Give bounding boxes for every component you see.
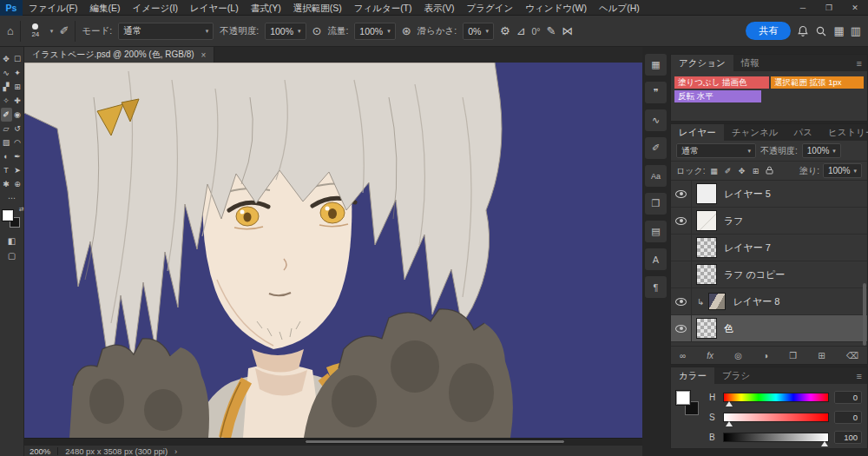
hue-value-field[interactable]: 0 (834, 391, 862, 404)
brush-settings-toggle-icon[interactable]: ✐ (59, 25, 69, 36)
adjustment-layer-icon[interactable]: ◑ (763, 351, 768, 360)
panel-menu-icon[interactable]: ≡ (852, 58, 867, 69)
layer-thumbnail[interactable] (696, 210, 717, 231)
layers-scrollbar-thumb[interactable] (863, 283, 866, 346)
comments-panel-icon[interactable]: ❞ (645, 82, 667, 103)
layer-row[interactable]: ラフ のコピー (671, 261, 867, 288)
layer-name[interactable]: レイヤー 7 (724, 241, 771, 254)
pen-tool[interactable]: ✒ (12, 149, 23, 163)
glyphs-panel-icon[interactable]: A (645, 248, 667, 270)
foreground-color-swatch[interactable] (3, 210, 13, 221)
character-panel-icon[interactable]: Aa (645, 165, 667, 187)
menu-layer[interactable]: レイヤー(L) (184, 0, 245, 16)
photos-panel-icon[interactable]: ▤ (645, 221, 667, 242)
layer-row[interactable]: レイヤー 7 (671, 235, 867, 261)
eraser-tool[interactable]: ▱ (1, 122, 12, 135)
airbrush-icon[interactable]: ⊛ (402, 25, 411, 36)
crop-tool[interactable]: ▞ (1, 80, 12, 94)
layer-thumbnail[interactable] (696, 264, 717, 285)
menu-type[interactable]: 書式(Y) (245, 0, 287, 16)
edit-toolbar-icon[interactable]: ⋯ (8, 194, 16, 202)
horizontal-scrollbar[interactable] (24, 438, 642, 445)
stamp-tool[interactable]: ◉ (12, 108, 23, 122)
blur-tool[interactable]: ◠ (12, 135, 23, 149)
delete-layer-icon[interactable]: ⌫ (846, 351, 858, 360)
move-tool[interactable]: ✥ (1, 52, 12, 66)
tab-brushes[interactable]: ブラシ (714, 367, 758, 384)
lock-all-icon[interactable] (764, 166, 774, 176)
tab-channels[interactable]: チャンネル (724, 124, 786, 141)
lock-pixels-icon[interactable]: ✐ (722, 167, 733, 175)
saturation-value-field[interactable]: 0 (834, 411, 862, 424)
grid-view-icon[interactable]: ▦ (833, 25, 844, 36)
visibility-toggle[interactable] (671, 315, 692, 342)
type-tool[interactable]: T (1, 163, 12, 177)
layer-row[interactable]: ↳ レイヤー 8 (671, 288, 867, 315)
brush-tool[interactable]: ✐ (1, 108, 12, 122)
paragraph-panel-icon[interactable]: ¶ (645, 276, 667, 298)
layer-blend-mode-select[interactable]: 通常 ▾ (676, 143, 756, 158)
layer-name[interactable]: レイヤー 8 (733, 295, 779, 308)
layer-row-selected[interactable]: 色 (671, 315, 867, 342)
search-icon[interactable] (815, 25, 827, 37)
menu-select[interactable]: 選択範囲(S) (287, 0, 348, 16)
healing-tool[interactable]: ✚ (12, 94, 23, 108)
layer-thumbnail[interactable] (696, 318, 717, 339)
zoom-level-field[interactable]: 200% (30, 446, 50, 456)
foreground-color-swatch[interactable] (676, 391, 690, 405)
tab-layers[interactable]: レイヤー (671, 124, 724, 141)
menu-filter[interactable]: フィルター(T) (348, 0, 418, 16)
scrollbar-thumb[interactable] (305, 439, 565, 444)
lock-transparent-icon[interactable]: ▦ (708, 167, 719, 175)
layer-opacity-field[interactable]: 100% ▾ (802, 143, 841, 158)
lock-position-icon[interactable]: ✥ (736, 167, 746, 175)
opacity-field[interactable]: 100% ▾ (265, 23, 306, 40)
workspace-switcher-icon[interactable]: ▥ (851, 25, 861, 36)
saturation-slider[interactable] (723, 413, 829, 422)
chevron-down-icon[interactable]: ▾ (50, 28, 54, 35)
layer-name[interactable]: ラフ (724, 215, 744, 228)
action-fill-foreground[interactable]: 塗りつぶし 描画色 (674, 76, 769, 89)
gradient-tool[interactable]: ▨ (1, 135, 12, 149)
tab-paths[interactable]: パス (786, 124, 820, 141)
visibility-toggle[interactable] (671, 261, 692, 288)
pressure-opacity-icon[interactable]: ⊙ (312, 25, 322, 36)
quick-select-tool[interactable]: ✦ (12, 66, 23, 80)
slider-handle[interactable] (726, 401, 733, 406)
new-layer-icon[interactable]: ⊞ (818, 351, 825, 360)
close-button[interactable]: ✕ (842, 0, 868, 16)
brush-preset-picker[interactable]: 24 (27, 23, 44, 38)
layer-style-icon[interactable]: fx (707, 351, 713, 360)
visibility-toggle[interactable] (671, 235, 692, 261)
document-tab[interactable]: イラストページ.psd @ 200% (色, RGB/8) × (24, 47, 214, 63)
link-layers-icon[interactable]: ∞ (680, 351, 686, 360)
menu-edit[interactable]: 編集(E) (83, 0, 126, 16)
menu-help[interactable]: ヘルプ(H) (593, 0, 646, 16)
adjustments-panel-icon[interactable]: ▦ (645, 54, 667, 76)
action-expand-selection[interactable]: 選択範囲 拡張 1px (771, 76, 864, 89)
action-flip-horizontal[interactable]: 反転 水平 (674, 90, 761, 102)
histogram-panel-icon[interactable]: ∿ (645, 109, 667, 131)
marquee-tool[interactable]: ☐ (12, 52, 23, 66)
pressure-size-icon[interactable]: ✎ (547, 25, 556, 36)
history-brush-tool[interactable]: ↺ (12, 122, 23, 135)
bell-icon[interactable] (797, 25, 809, 37)
layer-thumbnail[interactable] (696, 183, 717, 204)
layer-row[interactable]: ラフ (671, 208, 867, 235)
layer-fill-field[interactable]: 100% ▾ (823, 163, 862, 178)
smoothing-field[interactable]: 0% ▾ (463, 23, 494, 40)
tab-info[interactable]: 情報 (733, 55, 767, 71)
minimize-button[interactable]: ─ (790, 0, 816, 16)
brush-settings-panel-icon[interactable]: ✐ (645, 137, 667, 159)
gear-icon[interactable]: ⚙ (500, 25, 510, 36)
eyedropper-tool[interactable]: ✧ (1, 94, 12, 108)
layer-thumbnail[interactable] (708, 293, 726, 310)
slider-handle[interactable] (726, 421, 733, 426)
blend-mode-select[interactable]: 通常 ▾ (118, 23, 214, 40)
libraries-panel-icon[interactable]: ❒ (645, 193, 667, 215)
screen-mode-icon[interactable]: ▢ (8, 251, 16, 261)
visibility-toggle[interactable] (671, 208, 692, 235)
home-icon[interactable]: ⌂ (7, 25, 14, 36)
brightness-slider[interactable] (723, 433, 829, 442)
close-tab-icon[interactable]: × (201, 50, 207, 60)
